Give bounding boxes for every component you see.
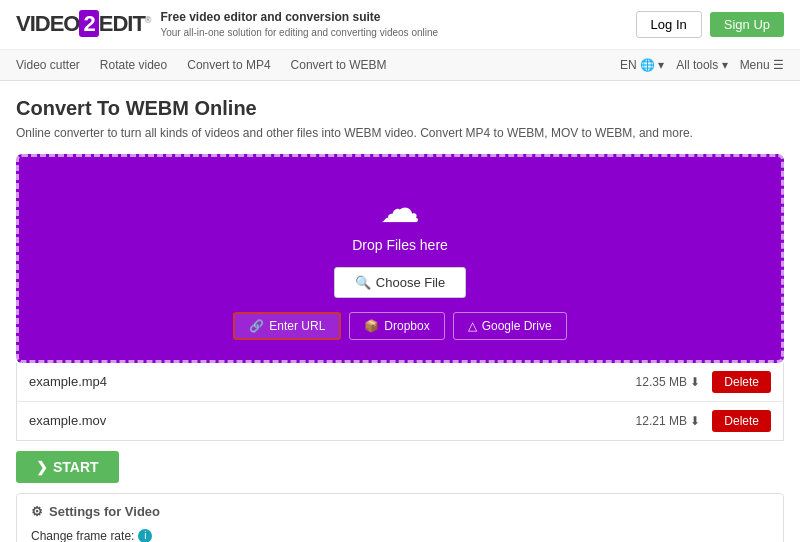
nav-item-convert-mp4[interactable]: Convert to MP4: [187, 58, 270, 72]
page-description: Online converter to turn all kinds of vi…: [16, 126, 784, 140]
logo: VIDEO2EDIT®: [16, 11, 150, 37]
all-tools-menu[interactable]: All tools ▾: [676, 58, 727, 72]
start-button[interactable]: ❯ START: [16, 451, 119, 483]
info-icon[interactable]: i: [138, 529, 152, 542]
file-list: example.mp4 12.35 MB ⬇ Delete example.mo…: [16, 363, 784, 441]
google-drive-icon: △: [468, 319, 477, 333]
settings-title: ⚙ Settings for Video: [31, 504, 769, 519]
file-name: example.mov: [29, 413, 636, 428]
gear-icon: ⚙: [31, 504, 43, 519]
header-buttons: Log In Sign Up: [636, 11, 784, 38]
frame-rate-row: Change frame rate: i fps (frames per sec…: [31, 529, 769, 542]
delete-button[interactable]: Delete: [712, 410, 771, 432]
dropbox-button[interactable]: 📦 Dropbox: [349, 312, 444, 340]
header: VIDEO2EDIT® Free video editor and conver…: [0, 0, 800, 50]
nav-item-rotate-video[interactable]: Rotate video: [100, 58, 167, 72]
logo-two: 2: [79, 10, 98, 37]
file-size: 12.35 MB ⬇: [636, 375, 701, 389]
settings-section: ⚙ Settings for Video Change frame rate: …: [16, 493, 784, 542]
nav-right: EN 🌐 ▾ All tools ▾ Menu ☰: [620, 58, 784, 72]
nav-item-video-cutter[interactable]: Video cutter: [16, 58, 80, 72]
language-selector[interactable]: EN 🌐 ▾: [620, 58, 664, 72]
upload-area: ☁ Drop Files here 🔍 Choose File 🔗 Enter …: [16, 154, 784, 363]
source-buttons: 🔗 Enter URL 📦 Dropbox △ Google Drive: [35, 312, 765, 340]
choose-file-button[interactable]: 🔍 Choose File: [334, 267, 466, 298]
google-drive-button[interactable]: △ Google Drive: [453, 312, 567, 340]
login-button[interactable]: Log In: [636, 11, 702, 38]
delete-button[interactable]: Delete: [712, 371, 771, 393]
tagline-main: Free video editor and conversion suite: [160, 10, 438, 26]
page-title: Convert To WEBM Online: [16, 97, 784, 120]
nav-item-convert-webm[interactable]: Convert to WEBM: [291, 58, 387, 72]
upload-cloud-icon: ☁: [35, 185, 765, 231]
table-row: example.mp4 12.35 MB ⬇ Delete: [17, 363, 783, 402]
file-name: example.mp4: [29, 374, 636, 389]
signup-button[interactable]: Sign Up: [710, 12, 784, 37]
tagline-sub: Your all-in-one solution for editing and…: [160, 26, 438, 39]
logo-area: VIDEO2EDIT® Free video editor and conver…: [16, 10, 438, 39]
chevron-right-icon: ❯: [36, 459, 48, 475]
logo-tagline: Free video editor and conversion suite Y…: [160, 10, 438, 39]
drop-files-text: Drop Files here: [35, 237, 765, 253]
menu-button[interactable]: Menu ☰: [740, 58, 784, 72]
file-size: 12.21 MB ⬇: [636, 414, 701, 428]
enter-url-button[interactable]: 🔗 Enter URL: [233, 312, 341, 340]
frame-rate-label: Change frame rate: i: [31, 529, 769, 542]
search-icon: 🔍: [355, 275, 371, 290]
logo-edit: EDIT: [99, 11, 145, 36]
dropbox-icon: 📦: [364, 319, 379, 333]
main-content: Convert To WEBM Online Online converter …: [0, 81, 800, 542]
link-icon: 🔗: [249, 319, 264, 333]
table-row: example.mov 12.21 MB ⬇ Delete: [17, 402, 783, 440]
logo-video: VIDEO: [16, 11, 79, 36]
nav: Video cutter Rotate video Convert to MP4…: [0, 50, 800, 81]
